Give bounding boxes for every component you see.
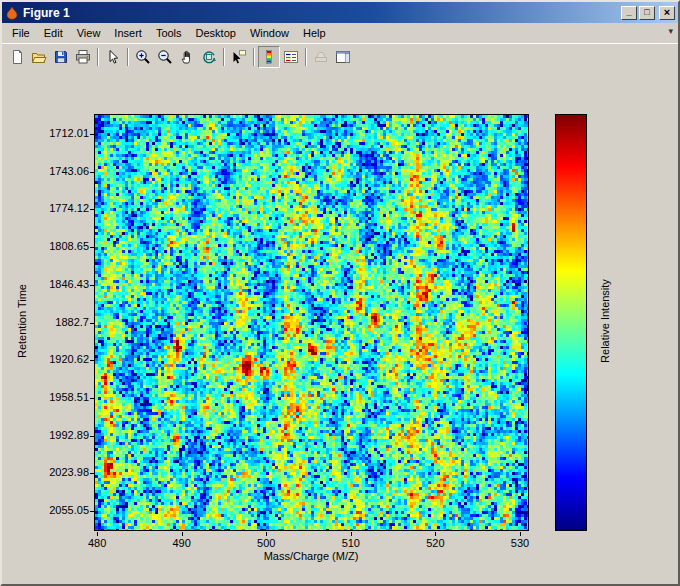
edit-plot-button[interactable] xyxy=(102,46,124,68)
y-tick-label: 2023.98 xyxy=(25,466,89,478)
heatmap-canvas[interactable] xyxy=(95,115,528,530)
y-tick-mark xyxy=(90,511,94,512)
x-axis-label: Mass/Charge (M/Z) xyxy=(211,550,411,562)
menu-overflow-arrow[interactable]: ▾ xyxy=(668,26,673,36)
insert-colorbar-icon xyxy=(261,49,277,65)
print-figure-icon xyxy=(75,49,91,65)
y-tick-mark xyxy=(90,323,94,324)
y-tick-mark xyxy=(90,172,94,173)
x-tick-mark xyxy=(520,532,521,536)
new-figure-button[interactable] xyxy=(6,46,28,68)
zoom-out-button[interactable] xyxy=(154,46,176,68)
x-tick-label: 510 xyxy=(331,537,371,549)
brush-icon xyxy=(313,49,329,65)
x-tick-label: 520 xyxy=(415,537,455,549)
data-cursor-icon xyxy=(231,49,247,65)
insert-legend-icon xyxy=(283,49,299,65)
rotate-3d-button[interactable] xyxy=(198,46,220,68)
zoom-in-icon xyxy=(135,49,151,65)
menu-bar: FileEditViewInsertToolsDesktopWindowHelp xyxy=(2,23,678,43)
y-tick-mark xyxy=(90,436,94,437)
edit-plot-icon xyxy=(105,49,121,65)
figure-area: Retention Time Mass/Charge (M/Z) Relativ… xyxy=(2,70,678,584)
x-tick-label: 530 xyxy=(500,537,540,549)
menu-item-file[interactable]: File xyxy=(5,24,37,42)
save-figure-icon xyxy=(53,49,69,65)
y-tick-mark xyxy=(90,209,94,210)
toolbar-separator xyxy=(223,48,225,66)
y-tick-mark xyxy=(90,247,94,248)
y-tick-label: 1712.01 xyxy=(25,127,89,139)
matlab-flame-icon xyxy=(5,6,19,20)
print-figure-button[interactable] xyxy=(72,46,94,68)
x-tick-label: 500 xyxy=(246,537,286,549)
x-tick-mark xyxy=(435,532,436,536)
x-tick-mark xyxy=(266,532,267,536)
menu-item-desktop[interactable]: Desktop xyxy=(189,24,243,42)
x-tick-mark xyxy=(182,532,183,536)
pan-button[interactable] xyxy=(176,46,198,68)
open-file-button[interactable] xyxy=(28,46,50,68)
x-tick-label: 480 xyxy=(77,537,117,549)
menu-item-insert[interactable]: Insert xyxy=(107,24,149,42)
zoom-in-button[interactable] xyxy=(132,46,154,68)
brush-button xyxy=(310,46,332,68)
data-cursor-button[interactable] xyxy=(228,46,250,68)
y-tick-label: 1743.06 xyxy=(25,165,89,177)
x-tick-mark xyxy=(97,532,98,536)
menu-item-window[interactable]: Window xyxy=(243,24,296,42)
colorbar-label: Relative Intensity xyxy=(599,221,611,421)
menu-item-help[interactable]: Help xyxy=(296,24,333,42)
figure-window: Figure 1 _ □ × FileEditViewInsertToolsDe… xyxy=(0,0,680,586)
y-tick-mark xyxy=(90,285,94,286)
x-tick-label: 490 xyxy=(162,537,202,549)
minimize-button[interactable]: _ xyxy=(621,6,637,20)
y-tick-label: 1774.12 xyxy=(25,202,89,214)
toolbar xyxy=(2,43,678,70)
zoom-out-icon xyxy=(157,49,173,65)
toolbar-separator xyxy=(253,48,255,66)
y-tick-mark xyxy=(90,360,94,361)
toolbar-separator xyxy=(305,48,307,66)
plot-frame xyxy=(94,114,529,531)
y-tick-label: 1882.7 xyxy=(25,316,89,328)
y-tick-mark xyxy=(90,473,94,474)
y-tick-label: 1958.51 xyxy=(25,391,89,403)
y-tick-label: 2055.05 xyxy=(25,504,89,516)
menu-item-edit[interactable]: Edit xyxy=(37,24,70,42)
plot-tools-button[interactable] xyxy=(332,46,354,68)
toolbar-separator xyxy=(97,48,99,66)
window-controls: _ □ × xyxy=(621,6,675,20)
colorbar xyxy=(555,114,587,531)
rotate-3d-icon xyxy=(201,49,217,65)
toolbar-separator xyxy=(127,48,129,66)
open-file-icon xyxy=(31,49,47,65)
y-tick-mark xyxy=(90,398,94,399)
close-button[interactable]: × xyxy=(659,6,675,20)
window-title: Figure 1 xyxy=(23,6,621,20)
y-tick-mark xyxy=(90,134,94,135)
x-tick-mark xyxy=(351,532,352,536)
new-figure-icon xyxy=(9,49,25,65)
insert-colorbar-button[interactable] xyxy=(258,46,280,68)
maximize-button[interactable]: □ xyxy=(639,6,655,20)
y-tick-label: 1920.62 xyxy=(25,353,89,365)
menu-item-view[interactable]: View xyxy=(70,24,108,42)
pan-icon xyxy=(179,49,195,65)
menu-item-tools[interactable]: Tools xyxy=(149,24,189,42)
y-tick-label: 1992.89 xyxy=(25,429,89,441)
title-bar[interactable]: Figure 1 _ □ × xyxy=(2,2,678,23)
plot-tools-icon xyxy=(335,49,351,65)
y-tick-label: 1846.43 xyxy=(25,278,89,290)
y-tick-label: 1808.65 xyxy=(25,240,89,252)
save-figure-button[interactable] xyxy=(50,46,72,68)
insert-legend-button[interactable] xyxy=(280,46,302,68)
